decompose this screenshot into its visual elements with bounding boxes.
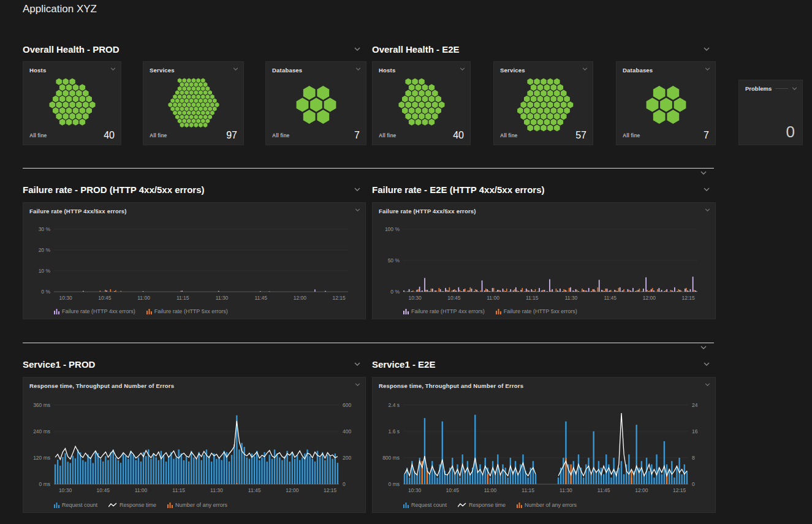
chart-tile-failure-prod[interactable]: Failure rate (HTTP 4xx/5xx errors) 0 %10… xyxy=(23,202,366,319)
legend-item[interactable]: Number of any errors xyxy=(517,502,577,508)
tile-title: Services xyxy=(500,67,525,74)
chevron-down-icon[interactable] xyxy=(460,67,465,70)
legend-item[interactable]: Failure rate (HTTP 5xx errors) xyxy=(496,308,577,314)
health-tile-hosts-prod[interactable]: Hosts All fine 40 xyxy=(23,61,121,145)
svg-text:11:45: 11:45 xyxy=(248,487,261,493)
svg-text:11:00: 11:00 xyxy=(487,295,499,301)
section-title-health-prod: Overall Health - PROD xyxy=(23,44,120,55)
chart-panel-title: Failure rate (HTTP 4xx/5xx errors) xyxy=(379,208,476,215)
chevron-down-icon[interactable] xyxy=(354,362,360,366)
health-tile-services-prod[interactable]: Services All fine 97 xyxy=(143,61,244,145)
tile-title: Hosts xyxy=(29,67,46,74)
chevron-down-icon[interactable] xyxy=(792,87,797,90)
honeycomb-chart xyxy=(32,77,112,133)
chevron-down-icon[interactable] xyxy=(355,208,360,211)
tile-title: Services xyxy=(150,67,175,74)
problems-tile[interactable]: Problems 0 xyxy=(738,80,803,145)
legend-label: Response time xyxy=(469,502,506,508)
section-divider xyxy=(23,168,714,169)
chevron-down-icon[interactable] xyxy=(704,47,710,51)
chart-tile-service-prod[interactable]: Response time, Throughput and Number of … xyxy=(23,377,366,513)
svg-text:0: 0 xyxy=(343,481,346,487)
svg-text:11:30: 11:30 xyxy=(210,487,223,493)
legend-label: Response time xyxy=(120,502,156,508)
bar-series-icon xyxy=(54,309,59,314)
svg-text:120 ms: 120 ms xyxy=(33,455,50,461)
bar-series-icon xyxy=(167,503,173,508)
svg-text:11:30: 11:30 xyxy=(216,295,229,301)
legend-item[interactable]: Failure rate (HTTP 5xx errors) xyxy=(146,308,228,314)
health-tile-services-e2e[interactable]: Services All fine 57 xyxy=(493,61,593,145)
legend-item[interactable]: Failure rate (HTTP 4xx errors) xyxy=(54,308,135,314)
chevron-down-icon[interactable] xyxy=(704,362,710,366)
legend-item[interactable]: Response time xyxy=(108,502,156,508)
chevron-down-icon[interactable] xyxy=(354,47,360,51)
svg-text:12:15: 12:15 xyxy=(332,295,346,301)
entity-count: 40 xyxy=(104,130,115,141)
chevron-down-icon[interactable] xyxy=(704,188,710,191)
honeycomb-chart xyxy=(382,77,461,133)
svg-text:12:00: 12:00 xyxy=(635,487,648,493)
service-chart-e2e: 0 ms800 ms1.6 s2.4 s08162410:3010:4511:0… xyxy=(373,393,716,498)
chart-tile-service-e2e[interactable]: Response time, Throughput and Number of … xyxy=(372,377,716,513)
honeycomb-chart xyxy=(626,77,706,133)
svg-text:600: 600 xyxy=(343,402,351,408)
chevron-down-icon[interactable] xyxy=(582,67,588,70)
chevron-down-icon[interactable] xyxy=(705,383,710,386)
svg-text:10:45: 10:45 xyxy=(447,295,461,301)
section-title-service-e2e: Service1 - E2E xyxy=(372,359,435,370)
chevron-down-icon[interactable] xyxy=(354,188,360,191)
svg-text:2.4 s: 2.4 s xyxy=(389,402,400,408)
svg-text:11:00: 11:00 xyxy=(484,487,497,493)
legend-item[interactable]: Response time xyxy=(458,502,506,508)
chart-legend: Request countResponse timeNumber of any … xyxy=(54,502,227,508)
svg-text:30 %: 30 % xyxy=(39,226,51,232)
legend-item[interactable]: Request count xyxy=(54,502,97,508)
legend-item[interactable]: Request count xyxy=(403,502,447,508)
svg-text:11:15: 11:15 xyxy=(522,487,534,493)
svg-text:12:00: 12:00 xyxy=(643,295,656,301)
service-chart-prod: 0 ms120 ms240 ms360 ms020040060010:3010:… xyxy=(23,393,366,498)
chevron-down-icon[interactable] xyxy=(705,67,710,70)
svg-text:24: 24 xyxy=(692,402,698,408)
chevron-down-icon[interactable] xyxy=(355,67,361,70)
svg-text:360 ms: 360 ms xyxy=(33,402,50,408)
legend-item[interactable]: Failure rate (HTTP 4xx errors) xyxy=(403,308,485,314)
failure-rate-chart-prod: 0 %10 %20 %30 %10:3010:4511:0011:1511:30… xyxy=(23,219,366,304)
svg-text:11:15: 11:15 xyxy=(176,295,189,301)
svg-text:0 %: 0 % xyxy=(390,289,400,295)
svg-text:12:00: 12:00 xyxy=(294,295,307,301)
honeycomb-chart xyxy=(154,77,233,133)
problems-count: 0 xyxy=(786,123,795,142)
svg-text:10:45: 10:45 xyxy=(98,295,112,301)
svg-text:11:45: 11:45 xyxy=(254,295,267,301)
chevron-down-icon[interactable] xyxy=(233,67,238,70)
health-tile-databases-e2e[interactable]: Databases All fine 7 xyxy=(616,61,716,145)
chevron-down-icon[interactable] xyxy=(705,208,710,211)
bar-series-icon xyxy=(146,309,152,314)
svg-text:10 %: 10 % xyxy=(39,268,51,274)
health-tile-hosts-e2e[interactable]: Hosts All fine 40 xyxy=(372,61,471,145)
svg-text:20 %: 20 % xyxy=(39,247,51,253)
chevron-down-icon[interactable] xyxy=(355,383,360,386)
chart-legend: Failure rate (HTTP 4xx errors)Failure ra… xyxy=(54,308,228,314)
chart-panel-title: Response time, Throughput and Number of … xyxy=(29,382,174,389)
entity-count: 40 xyxy=(453,130,464,141)
bar-series-icon xyxy=(403,309,409,314)
svg-text:11:15: 11:15 xyxy=(526,295,539,301)
chart-tile-failure-e2e[interactable]: Failure rate (HTTP 4xx/5xx errors) 0 %50… xyxy=(372,202,716,319)
svg-text:0 %: 0 % xyxy=(41,289,50,295)
honeycomb-chart xyxy=(504,77,583,133)
chevron-down-icon[interactable] xyxy=(700,171,707,175)
chevron-down-icon[interactable] xyxy=(110,67,116,70)
chevron-down-icon[interactable] xyxy=(700,346,707,349)
section-title-failure-prod: Failure rate - PROD (HTTP 4xx/5xx errors… xyxy=(23,184,205,195)
svg-text:8: 8 xyxy=(692,455,695,461)
health-tile-databases-prod[interactable]: Databases All fine 7 xyxy=(265,61,366,145)
svg-text:11:00: 11:00 xyxy=(137,295,150,301)
legend-item[interactable]: Number of any errors xyxy=(167,502,227,508)
legend-label: Request count xyxy=(411,502,447,508)
line-series-icon xyxy=(458,503,466,508)
legend-label: Number of any errors xyxy=(525,502,577,508)
status-text: All fine xyxy=(272,132,289,139)
